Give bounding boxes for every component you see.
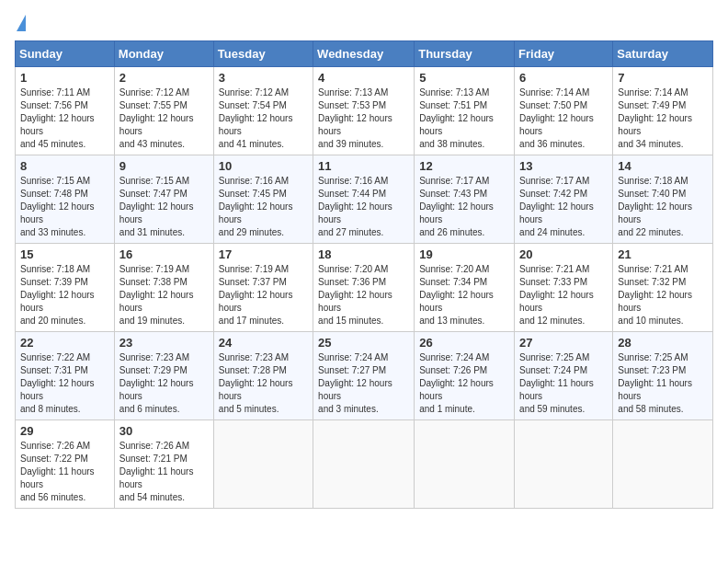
page-header: [15, 15, 713, 33]
day-info: Sunrise: 7:26 AMSunset: 7:21 PMDaylight:…: [119, 440, 209, 504]
calendar-cell: [613, 420, 713, 509]
column-header-thursday: Thursday: [415, 41, 515, 67]
day-number: 26: [419, 336, 509, 350]
calendar-week-5: 29Sunrise: 7:26 AMSunset: 7:22 PMDayligh…: [16, 420, 713, 509]
day-info: Sunrise: 7:12 AMSunset: 7:55 PMDaylight:…: [119, 86, 209, 151]
day-number: 22: [20, 336, 109, 350]
calendar-cell: 14Sunrise: 7:18 AMSunset: 7:40 PMDayligh…: [613, 155, 713, 244]
calendar-cell: 2Sunrise: 7:12 AMSunset: 7:55 PMDaylight…: [114, 67, 213, 155]
day-number: 29: [20, 424, 109, 438]
day-number: 28: [618, 336, 708, 350]
day-number: 30: [119, 424, 209, 438]
calendar-cell: 23Sunrise: 7:23 AMSunset: 7:29 PMDayligh…: [114, 332, 213, 420]
calendar-cell: 9Sunrise: 7:15 AMSunset: 7:47 PMDaylight…: [114, 155, 213, 244]
column-header-saturday: Saturday: [613, 41, 713, 67]
day-number: 25: [318, 336, 409, 350]
calendar-cell: 4Sunrise: 7:13 AMSunset: 7:53 PMDaylight…: [313, 67, 415, 155]
day-info: Sunrise: 7:19 AMSunset: 7:37 PMDaylight:…: [219, 263, 308, 327]
day-info: Sunrise: 7:22 AMSunset: 7:31 PMDaylight:…: [20, 351, 109, 416]
day-number: 4: [318, 71, 409, 85]
calendar-cell: 22Sunrise: 7:22 AMSunset: 7:31 PMDayligh…: [16, 332, 115, 420]
calendar-cell: 17Sunrise: 7:19 AMSunset: 7:37 PMDayligh…: [213, 244, 313, 332]
day-info: Sunrise: 7:23 AMSunset: 7:29 PMDaylight:…: [119, 351, 209, 416]
day-info: Sunrise: 7:24 AMSunset: 7:27 PMDaylight:…: [318, 351, 409, 416]
calendar-week-3: 15Sunrise: 7:18 AMSunset: 7:39 PMDayligh…: [16, 244, 713, 332]
day-number: 14: [618, 159, 708, 173]
day-info: Sunrise: 7:11 AMSunset: 7:56 PMDaylight:…: [20, 86, 109, 151]
day-info: Sunrise: 7:18 AMSunset: 7:40 PMDaylight:…: [618, 175, 708, 239]
calendar-cell: 16Sunrise: 7:19 AMSunset: 7:38 PMDayligh…: [114, 244, 213, 332]
column-header-friday: Friday: [515, 41, 613, 67]
day-number: 7: [618, 71, 708, 85]
day-number: 9: [119, 159, 209, 173]
calendar-cell: 18Sunrise: 7:20 AMSunset: 7:36 PMDayligh…: [313, 244, 415, 332]
day-info: Sunrise: 7:14 AMSunset: 7:49 PMDaylight:…: [618, 86, 708, 151]
day-info: Sunrise: 7:17 AMSunset: 7:43 PMDaylight:…: [419, 175, 509, 239]
calendar-cell: 12Sunrise: 7:17 AMSunset: 7:43 PMDayligh…: [415, 155, 515, 244]
logo: [15, 15, 26, 33]
day-number: 23: [119, 336, 209, 350]
day-info: Sunrise: 7:12 AMSunset: 7:54 PMDaylight:…: [219, 86, 308, 151]
day-number: 12: [419, 159, 509, 173]
calendar-cell: 19Sunrise: 7:20 AMSunset: 7:34 PMDayligh…: [415, 244, 515, 332]
calendar-cell: 21Sunrise: 7:21 AMSunset: 7:32 PMDayligh…: [613, 244, 713, 332]
calendar-week-2: 8Sunrise: 7:15 AMSunset: 7:48 PMDaylight…: [16, 155, 713, 244]
calendar-cell: 3Sunrise: 7:12 AMSunset: 7:54 PMDaylight…: [213, 67, 313, 155]
calendar-cell: 26Sunrise: 7:24 AMSunset: 7:26 PMDayligh…: [415, 332, 515, 420]
calendar-cell: 15Sunrise: 7:18 AMSunset: 7:39 PMDayligh…: [16, 244, 115, 332]
day-number: 27: [519, 336, 608, 350]
day-info: Sunrise: 7:26 AMSunset: 7:22 PMDaylight:…: [20, 440, 109, 504]
day-info: Sunrise: 7:17 AMSunset: 7:42 PMDaylight:…: [519, 175, 608, 239]
calendar-cell: 1Sunrise: 7:11 AMSunset: 7:56 PMDaylight…: [16, 67, 115, 155]
calendar-cell: 7Sunrise: 7:14 AMSunset: 7:49 PMDaylight…: [613, 67, 713, 155]
calendar-cell: 28Sunrise: 7:25 AMSunset: 7:23 PMDayligh…: [613, 332, 713, 420]
calendar-cell: [415, 420, 515, 509]
day-number: 11: [318, 159, 409, 173]
day-number: 8: [20, 159, 109, 173]
day-info: Sunrise: 7:25 AMSunset: 7:24 PMDaylight:…: [519, 351, 608, 416]
calendar-cell: 13Sunrise: 7:17 AMSunset: 7:42 PMDayligh…: [515, 155, 613, 244]
day-info: Sunrise: 7:13 AMSunset: 7:53 PMDaylight:…: [318, 86, 409, 151]
calendar-header-row: SundayMondayTuesdayWednesdayThursdayFrid…: [16, 41, 713, 67]
calendar-cell: [213, 420, 313, 509]
day-info: Sunrise: 7:20 AMSunset: 7:34 PMDaylight:…: [419, 263, 509, 327]
calendar-cell: 30Sunrise: 7:26 AMSunset: 7:21 PMDayligh…: [114, 420, 213, 509]
day-info: Sunrise: 7:19 AMSunset: 7:38 PMDaylight:…: [119, 263, 209, 327]
day-number: 18: [318, 247, 409, 261]
day-info: Sunrise: 7:20 AMSunset: 7:36 PMDaylight:…: [318, 263, 409, 327]
day-number: 15: [20, 247, 109, 261]
day-number: 19: [419, 247, 509, 261]
logo-triangle-icon: [17, 15, 26, 31]
calendar-cell: 5Sunrise: 7:13 AMSunset: 7:51 PMDaylight…: [415, 67, 515, 155]
day-info: Sunrise: 7:18 AMSunset: 7:39 PMDaylight:…: [20, 263, 109, 327]
day-number: 2: [119, 71, 209, 85]
day-info: Sunrise: 7:21 AMSunset: 7:33 PMDaylight:…: [519, 263, 608, 327]
day-number: 17: [219, 247, 308, 261]
day-number: 24: [219, 336, 308, 350]
day-info: Sunrise: 7:15 AMSunset: 7:48 PMDaylight:…: [20, 175, 109, 239]
calendar-cell: 11Sunrise: 7:16 AMSunset: 7:44 PMDayligh…: [313, 155, 415, 244]
day-number: 10: [219, 159, 308, 173]
column-header-sunday: Sunday: [16, 41, 115, 67]
day-number: 21: [618, 247, 708, 261]
day-info: Sunrise: 7:23 AMSunset: 7:28 PMDaylight:…: [219, 351, 308, 416]
day-number: 1: [20, 71, 109, 85]
calendar-cell: 20Sunrise: 7:21 AMSunset: 7:33 PMDayligh…: [515, 244, 613, 332]
column-header-tuesday: Tuesday: [213, 41, 313, 67]
day-number: 13: [519, 159, 608, 173]
calendar-cell: [313, 420, 415, 509]
calendar-cell: 8Sunrise: 7:15 AMSunset: 7:48 PMDaylight…: [16, 155, 115, 244]
day-info: Sunrise: 7:16 AMSunset: 7:45 PMDaylight:…: [219, 175, 308, 239]
day-number: 5: [419, 71, 509, 85]
day-info: Sunrise: 7:14 AMSunset: 7:50 PMDaylight:…: [519, 86, 608, 151]
calendar-cell: 10Sunrise: 7:16 AMSunset: 7:45 PMDayligh…: [213, 155, 313, 244]
calendar-cell: 25Sunrise: 7:24 AMSunset: 7:27 PMDayligh…: [313, 332, 415, 420]
day-info: Sunrise: 7:13 AMSunset: 7:51 PMDaylight:…: [419, 86, 509, 151]
calendar-week-4: 22Sunrise: 7:22 AMSunset: 7:31 PMDayligh…: [16, 332, 713, 420]
day-number: 6: [519, 71, 608, 85]
calendar-cell: 27Sunrise: 7:25 AMSunset: 7:24 PMDayligh…: [515, 332, 613, 420]
column-header-monday: Monday: [114, 41, 213, 67]
calendar-week-1: 1Sunrise: 7:11 AMSunset: 7:56 PMDaylight…: [16, 67, 713, 155]
calendar-cell: [515, 420, 613, 509]
day-number: 3: [219, 71, 308, 85]
